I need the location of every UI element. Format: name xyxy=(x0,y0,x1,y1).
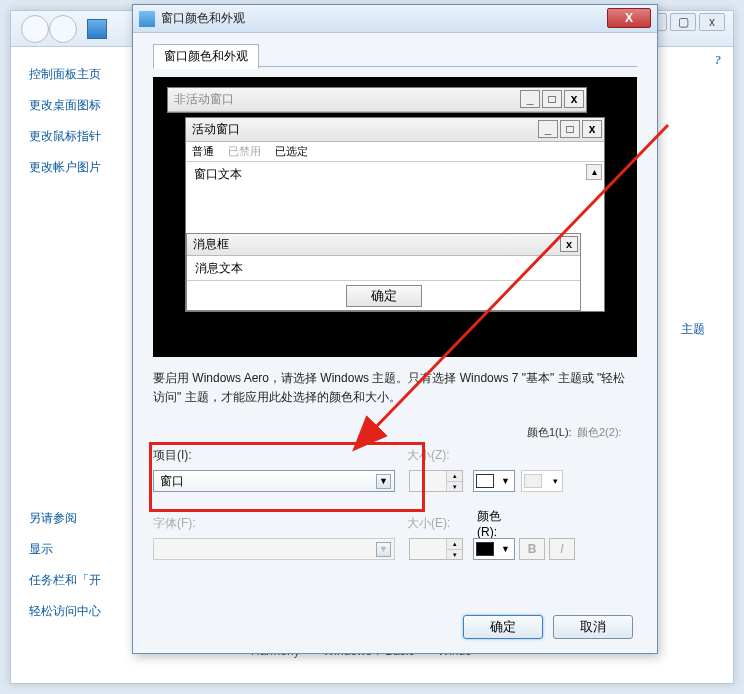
tab-appearance[interactable]: 窗口颜色和外观 xyxy=(153,44,259,69)
label-size-z: 大小(Z): xyxy=(407,447,467,464)
color-r-picker[interactable]: ▼ xyxy=(473,538,515,560)
form: 颜色1(L): 颜色2(2): 项目(I): 大小(Z): 窗口 ▼ ▴▾ xyxy=(153,425,637,562)
label-color2: 颜色2(2): xyxy=(577,425,623,440)
label-size-e: 大小(E): xyxy=(407,515,467,532)
spin-up-icon[interactable]: ▴ xyxy=(447,471,462,482)
inactive-window-controls: _ □ x xyxy=(518,90,584,108)
item-dropdown[interactable]: 窗口 ▼ xyxy=(153,470,395,492)
preview-textarea: 窗口文本 ▴ xyxy=(186,162,604,222)
nav-back-forward[interactable] xyxy=(21,15,77,46)
inactive-window-title: 非活动窗口 xyxy=(174,91,234,108)
spin-up-icon: ▴ xyxy=(447,539,462,550)
sidebar-link-desktop-icons[interactable]: 更改桌面图标 xyxy=(29,97,139,114)
maximize-icon: □ xyxy=(560,120,580,138)
maximize-icon[interactable]: ▢ xyxy=(670,13,696,31)
textarea-text: 窗口文本 xyxy=(194,167,242,181)
dialog-titlebar[interactable]: 窗口颜色和外观 X xyxy=(133,5,657,33)
color2-swatch xyxy=(524,474,542,488)
dialog-title: 窗口颜色和外观 xyxy=(161,10,245,27)
sidebar-link-mouse[interactable]: 更改鼠标指针 xyxy=(29,128,139,145)
sidebar-seealso: 另请参阅 xyxy=(29,510,139,527)
minimize-icon: _ xyxy=(520,90,540,108)
theme-label: 主题 xyxy=(681,321,705,338)
maximize-icon: □ xyxy=(542,90,562,108)
tab-strip: 窗口颜色和外观 xyxy=(153,43,637,67)
cancel-button[interactable]: 取消 xyxy=(553,615,633,639)
preview-inactive-window: 非活动窗口 _ □ x xyxy=(167,87,587,113)
dropdown-arrow-icon: ▼ xyxy=(501,476,512,486)
font-dropdown: ▼ xyxy=(153,538,395,560)
sidebar-link-easeofaccess[interactable]: 轻松访问中心 xyxy=(29,603,139,620)
preview-msgbox: 消息框 x 消息文本 确定 xyxy=(186,233,581,311)
dropdown-arrow-icon: ▼ xyxy=(376,542,391,557)
help-icon[interactable]: ? xyxy=(715,53,721,68)
sidebar-link-taskbar[interactable]: 任务栏和「开 xyxy=(29,572,139,589)
menu-item-normal: 普通 xyxy=(192,144,214,159)
sidebar-link-account-pic[interactable]: 更改帐户图片 xyxy=(29,159,139,176)
menu-item-disabled: 已禁用 xyxy=(228,144,261,159)
item-dropdown-value: 窗口 xyxy=(160,473,184,490)
dropdown-arrow-icon: ▼ xyxy=(376,474,391,489)
msgbox-ok-button: 确定 xyxy=(346,285,422,307)
active-window-title: 活动窗口 xyxy=(192,121,240,138)
color1-picker[interactable]: ▼ xyxy=(473,470,515,492)
label-color-r: 颜色(R): xyxy=(477,508,519,539)
color1-swatch xyxy=(476,474,494,488)
minimize-icon: _ xyxy=(538,120,558,138)
close-icon: x xyxy=(582,120,602,138)
bold-button: B xyxy=(519,538,545,560)
close-icon[interactable]: x xyxy=(699,13,725,31)
dropdown-arrow-icon: ▾ xyxy=(553,476,560,486)
color2-picker: ▾ xyxy=(521,470,563,492)
sidebar-link-display[interactable]: 显示 xyxy=(29,541,139,558)
hint-text: 要启用 Windows Aero，请选择 Windows 主题。只有选择 Win… xyxy=(153,369,637,407)
menu-item-selected: 已选定 xyxy=(275,144,308,159)
size-z-spinner[interactable]: ▴▾ xyxy=(409,470,463,492)
spin-down-icon: ▾ xyxy=(447,550,462,560)
close-icon: x xyxy=(564,90,584,108)
preview-active-window: 活动窗口 _ □ x 普通 已禁用 已选定 窗口文本 ▴ xyxy=(185,117,605,312)
spin-down-icon[interactable]: ▾ xyxy=(447,482,462,492)
dialog-icon xyxy=(139,11,155,27)
color-r-swatch xyxy=(476,542,494,556)
italic-button: I xyxy=(549,538,575,560)
preview-menu: 普通 已禁用 已选定 xyxy=(186,142,604,162)
scroll-up-icon: ▴ xyxy=(586,164,602,180)
size-e-spinner: ▴▾ xyxy=(409,538,463,560)
msgbox-close-icon: x xyxy=(560,236,578,252)
sidebar: 控制面板主页 更改桌面图标 更改鼠标指针 更改帐户图片 另请参阅 显示 任务栏和… xyxy=(29,66,139,634)
dialog-close-button[interactable]: X xyxy=(607,8,651,28)
label-item: 项目(I): xyxy=(153,447,213,464)
window-icon xyxy=(87,19,107,39)
sidebar-title: 控制面板主页 xyxy=(29,66,139,83)
ok-button[interactable]: 确定 xyxy=(463,615,543,639)
label-color1: 颜色1(L): xyxy=(527,425,577,440)
msgbox-text: 消息文本 xyxy=(187,256,580,280)
dropdown-arrow-icon: ▼ xyxy=(501,544,512,554)
appearance-dialog: 窗口颜色和外观 X 窗口颜色和外观 非活动窗口 _ □ x 活动窗口 xyxy=(132,4,658,654)
preview-area: 非活动窗口 _ □ x 活动窗口 _ □ x xyxy=(153,77,637,357)
active-window-controls: _ □ x xyxy=(536,120,602,138)
msgbox-title: 消息框 xyxy=(193,236,229,253)
dialog-buttons: 确定 取消 xyxy=(463,615,633,639)
label-font: 字体(F): xyxy=(153,515,213,532)
